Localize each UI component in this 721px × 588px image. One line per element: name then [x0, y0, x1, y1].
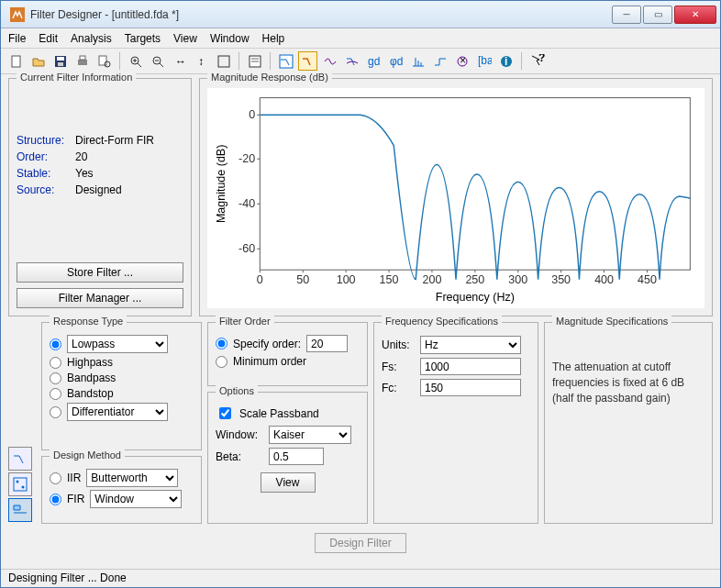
app-icon [10, 7, 25, 22]
side-tool-3-icon[interactable] [8, 498, 32, 522]
svg-text:450: 450 [638, 273, 657, 286]
zoomin-icon[interactable] [126, 51, 145, 71]
menu-edit[interactable]: Edit [39, 32, 58, 45]
mag-spec-panel: Magnitude Specifications The attenuation… [544, 322, 713, 524]
magphase-icon[interactable] [342, 51, 361, 71]
stable-label: Stable: [17, 167, 75, 180]
svg-rect-3 [57, 57, 64, 61]
minimize-button[interactable]: ─ [612, 6, 641, 24]
phaseresp-icon[interactable] [320, 51, 339, 71]
whatsthis-icon[interactable]: ? [527, 51, 547, 71]
lowpass-select[interactable]: Lowpass [67, 335, 168, 353]
response-type-panel: Response Type Lowpass Highpass Bandpass … [41, 322, 202, 450]
filter-info-legend: Current Filter Information [17, 72, 136, 83]
svg-text:300: 300 [508, 273, 527, 286]
menu-targets[interactable]: Targets [125, 32, 161, 45]
svg-rect-4 [58, 62, 63, 66]
new-icon[interactable] [6, 51, 26, 71]
menu-view[interactable]: View [173, 32, 197, 45]
design-legend: Design Method [50, 449, 125, 460]
highpass-label: Highpass [67, 356, 113, 369]
fullview-icon[interactable] [214, 51, 233, 71]
freq-legend: Frequency Specifications [382, 316, 502, 327]
order-label: Order: [17, 150, 75, 163]
specify-order-radio[interactable] [216, 338, 227, 349]
titlebar: Filter Designer - [untitled.fda *] ─ ▭ ✕ [1, 1, 720, 28]
magresp-icon[interactable] [298, 51, 317, 71]
diff-select[interactable]: Differentiator [67, 403, 168, 421]
maximize-button[interactable]: ▭ [643, 6, 672, 24]
open-icon[interactable] [28, 51, 48, 71]
impresp-icon[interactable] [408, 51, 427, 71]
svg-text:×: × [460, 54, 466, 67]
fs-input[interactable] [420, 358, 521, 375]
fc-input[interactable] [420, 379, 521, 396]
polezero-icon[interactable]: × [452, 51, 471, 71]
magnitude-response-panel: Magnitude Response (dB) 0 -20 -40 -60 0 [199, 78, 713, 316]
plot-legend: Magnitude Response (dB) [207, 72, 332, 83]
scale-passband-checkbox[interactable] [219, 407, 231, 419]
units-select[interactable]: Hz [420, 336, 521, 354]
zoomy-icon[interactable]: ↕ [192, 51, 211, 71]
info-icon[interactable]: i [496, 51, 516, 71]
groupdelay-icon[interactable]: gd [364, 51, 383, 71]
phasedelay-icon[interactable]: φd [386, 51, 405, 71]
printpreview-icon[interactable] [94, 51, 114, 71]
close-button[interactable]: ✕ [674, 6, 716, 24]
view-button[interactable]: View [261, 472, 316, 493]
svg-text:↔: ↔ [175, 55, 186, 68]
print-icon[interactable] [72, 51, 92, 71]
side-tool-2-icon[interactable] [8, 472, 32, 496]
fir-radio[interactable] [50, 494, 61, 505]
zoomx-icon[interactable]: ↔ [170, 51, 189, 71]
window-select[interactable]: Kaiser [269, 426, 351, 444]
bandstop-radio[interactable] [50, 388, 61, 400]
highpass-radio[interactable] [50, 357, 61, 369]
beta-label: Beta: [216, 450, 263, 463]
svg-text:i: i [505, 55, 507, 68]
svg-text:φd: φd [390, 55, 403, 68]
stepresp-icon[interactable] [430, 51, 449, 71]
svg-line-14 [160, 63, 163, 67]
fir-select[interactable]: Window [90, 490, 182, 508]
order-value: 20 [75, 150, 183, 163]
menu-help[interactable]: Help [262, 32, 285, 45]
fs-label: Fs: [382, 361, 415, 373]
specs-icon[interactable] [245, 51, 264, 71]
diff-radio[interactable] [50, 406, 61, 418]
coeff-icon[interactable]: [ba] [474, 51, 494, 71]
svg-text:↕: ↕ [198, 55, 204, 68]
side-tool-1-icon[interactable] [8, 447, 32, 471]
menu-file[interactable]: File [8, 32, 26, 45]
svg-line-10 [138, 63, 141, 67]
svg-rect-5 [78, 60, 87, 65]
beta-input[interactable] [269, 448, 324, 465]
save-icon[interactable] [50, 51, 70, 71]
menu-window[interactable]: Window [210, 32, 250, 45]
status-bar: Designing Filter ... Done [1, 569, 720, 587]
iir-select[interactable]: Butterworth [86, 469, 178, 487]
svg-rect-35 [260, 98, 690, 271]
svg-rect-1 [12, 56, 20, 67]
specify-order-input[interactable] [306, 335, 348, 352]
menu-analysis[interactable]: Analysis [71, 32, 112, 45]
filter-order-panel: Filter Order Specify order: Minimum orde… [207, 322, 368, 386]
bandpass-radio[interactable] [50, 372, 61, 384]
svg-text:?: ? [538, 54, 545, 64]
iir-radio[interactable] [50, 472, 61, 484]
store-filter-button[interactable]: Store Filter ... [17, 262, 183, 283]
design-filter-button[interactable]: Design Filter [315, 533, 406, 553]
filter-manager-button[interactable]: Filter Manager ... [17, 288, 183, 308]
svg-text:150: 150 [380, 273, 399, 286]
minimum-order-radio[interactable] [216, 356, 227, 368]
svg-text:0: 0 [257, 273, 263, 286]
lowpass-radio[interactable] [50, 338, 61, 350]
bandstop-label: Bandstop [67, 387, 114, 400]
stable-value: Yes [75, 167, 183, 180]
filter-spec-icon[interactable] [276, 51, 295, 71]
ylabel: Magnitude (dB) [215, 145, 227, 223]
order-legend: Filter Order [216, 316, 274, 327]
minimum-order-label: Minimum order [233, 355, 306, 368]
zoomout-icon[interactable] [148, 51, 167, 71]
magnitude-plot: 0 -20 -40 -60 0 50 100 150 200 250 [207, 88, 704, 308]
